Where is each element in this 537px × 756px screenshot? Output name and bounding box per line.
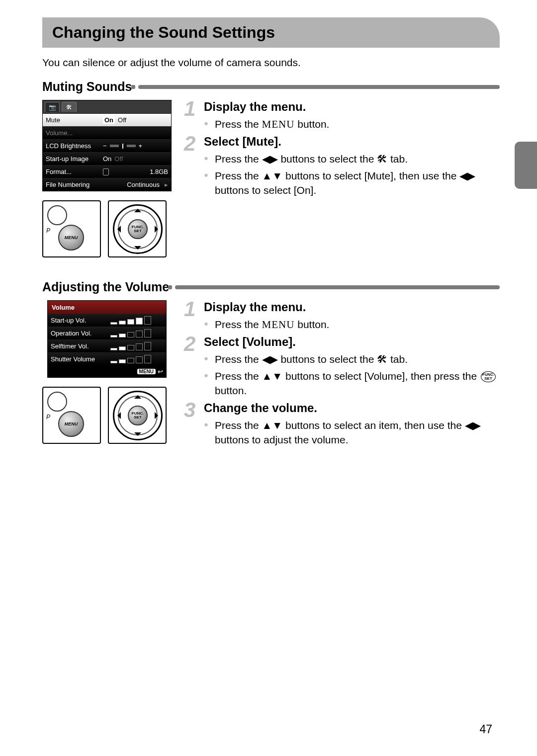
step-number-2: 2 bbox=[184, 132, 195, 156]
menu-glyph: MENU bbox=[262, 118, 295, 130]
up-down-glyph: ▲▼ bbox=[262, 370, 283, 382]
func-set-button-icon: FUNC.SET bbox=[128, 219, 148, 239]
menu-button-illustration: MENU bbox=[58, 411, 84, 437]
step1-bullet: Press the MENU button. bbox=[204, 117, 500, 132]
startup-label: Start-up Image bbox=[46, 155, 103, 163]
dpad-down-icon bbox=[134, 246, 141, 253]
muting-heading: Muting Sounds bbox=[42, 80, 132, 94]
control-illustration-dpad: FUNC.SET bbox=[108, 387, 167, 444]
filenum-value: Continuous bbox=[127, 181, 160, 188]
s2-step2-bullet2: Press the ▲▼ buttons to select [Volume],… bbox=[204, 369, 500, 398]
footer-menu-pill: MENU bbox=[137, 369, 156, 374]
section-heading-muting: Muting Sounds bbox=[42, 80, 500, 94]
step2-bullet2: Press the ▲▼ buttons to select [Mute], t… bbox=[204, 168, 500, 198]
adjusting-heading: Adjusting the Volume bbox=[42, 280, 169, 294]
step1-title: Display the menu. bbox=[204, 100, 500, 114]
step-number-3: 3 bbox=[184, 398, 195, 422]
lcd-screenshot-volume: Volume Start-up Vol. Operation Vol. Self… bbox=[47, 300, 167, 378]
heading-rule bbox=[175, 285, 500, 289]
up-down-glyph: ▲▼ bbox=[262, 170, 283, 181]
mute-on: On bbox=[103, 116, 115, 124]
left-right-glyph: ◀▶ bbox=[262, 153, 278, 165]
brightness-label: LCD Brightness bbox=[46, 142, 103, 150]
left-right-glyph: ◀▶ bbox=[459, 170, 475, 181]
flash-icon bbox=[47, 392, 67, 412]
dpad-right-icon bbox=[155, 412, 162, 419]
mute-off: Off bbox=[118, 116, 126, 124]
chapter-side-tab bbox=[515, 142, 537, 189]
step-number-1: 1 bbox=[184, 97, 195, 121]
menu-glyph: MENU bbox=[262, 319, 295, 331]
lcd-row-mute: Mute On Off bbox=[43, 113, 171, 126]
startup-on: On bbox=[103, 155, 111, 163]
func-set-button-icon: FUNC.SET bbox=[128, 406, 148, 425]
s2-step3-title: Change the volume. bbox=[204, 401, 500, 415]
left-right-glyph: ◀▶ bbox=[465, 420, 481, 431]
filenum-label: File Numbering bbox=[46, 181, 103, 188]
up-down-glyph: ▲▼ bbox=[262, 420, 283, 431]
step-number-1: 1 bbox=[184, 297, 195, 321]
control-illustration-menu: P MENU bbox=[42, 200, 101, 257]
s2-step2-title: Select [Volume]. bbox=[204, 335, 500, 349]
lcd-row-startup: Start-up Image On Off bbox=[43, 152, 171, 165]
dpad-left-icon bbox=[114, 412, 121, 419]
s2-step3-bullet: Press the ▲▼ buttons to select an item, … bbox=[204, 418, 500, 447]
control-illustration-dpad: FUNC.SET bbox=[108, 200, 167, 257]
startup-off: Off bbox=[114, 155, 123, 163]
menu-button-illustration: MENU bbox=[58, 225, 84, 251]
s2-step2-bullet1: Press the ◀▶ buttons to select the 🛠 tab… bbox=[204, 352, 500, 366]
format-label: Format... bbox=[46, 168, 103, 175]
volume-label: Volume... bbox=[46, 129, 103, 137]
back-icon: ↩ bbox=[158, 368, 163, 375]
p-label: P bbox=[46, 414, 50, 420]
heading-rule bbox=[138, 85, 500, 89]
step2-bullet1: Press the ◀▶ buttons to select the 🛠 tab… bbox=[204, 152, 500, 166]
lcd-tab-camera: 📷 bbox=[45, 102, 60, 112]
s2-step1-title: Display the menu. bbox=[204, 300, 500, 314]
tools-glyph: 🛠 bbox=[377, 153, 387, 165]
lcd-screenshot-settings: 📷 🛠 Mute On Off Volume... LCD Brightness… bbox=[42, 100, 172, 191]
vol-row-startup: Start-up Vol. bbox=[48, 314, 166, 327]
sd-card-icon bbox=[103, 168, 109, 175]
control-illustration-menu: P MENU bbox=[42, 387, 101, 444]
step2-title: Select [Mute]. bbox=[204, 135, 500, 149]
dpad-left-icon bbox=[114, 226, 121, 233]
intro-text: You can silence or adjust the volume of … bbox=[42, 57, 500, 69]
lcd-tab-tools: 🛠 bbox=[62, 102, 77, 112]
dpad-up-icon bbox=[134, 205, 141, 212]
dpad-up-icon bbox=[134, 392, 141, 399]
lcd-row-format: Format... 1.8GB bbox=[43, 165, 171, 178]
tools-glyph: 🛠 bbox=[377, 353, 387, 365]
page-title: Changing the Sound Settings bbox=[52, 23, 490, 42]
section-heading-volume: Adjusting the Volume bbox=[42, 280, 500, 294]
vol-row-shutter: Shutter Volume bbox=[48, 352, 166, 365]
vol-row-selftimer: Selftimer Vol. bbox=[48, 339, 166, 352]
dpad-right-icon bbox=[155, 226, 162, 233]
lcd-row-filenumbering: File Numbering Continuous▸ bbox=[43, 178, 171, 191]
lcd-volume-title: Volume bbox=[48, 301, 166, 314]
left-right-glyph: ◀▶ bbox=[262, 353, 278, 365]
mute-label: Mute bbox=[46, 116, 103, 124]
lcd-row-brightness: LCD Brightness −+ bbox=[43, 139, 171, 152]
p-label: P bbox=[46, 227, 50, 234]
page-title-bar: Changing the Sound Settings bbox=[42, 17, 500, 48]
dpad-down-icon bbox=[134, 432, 141, 439]
flash-icon bbox=[47, 205, 67, 225]
s2-step1-bullet: Press the MENU button. bbox=[204, 317, 500, 332]
page-number: 47 bbox=[479, 723, 492, 736]
lcd-row-volume: Volume... bbox=[43, 126, 171, 139]
func-set-glyph: FUNC.SET bbox=[481, 371, 496, 382]
vol-row-operation: Operation Vol. bbox=[48, 327, 166, 339]
format-value: 1.8GB bbox=[150, 168, 168, 175]
step-number-2: 2 bbox=[184, 332, 195, 356]
